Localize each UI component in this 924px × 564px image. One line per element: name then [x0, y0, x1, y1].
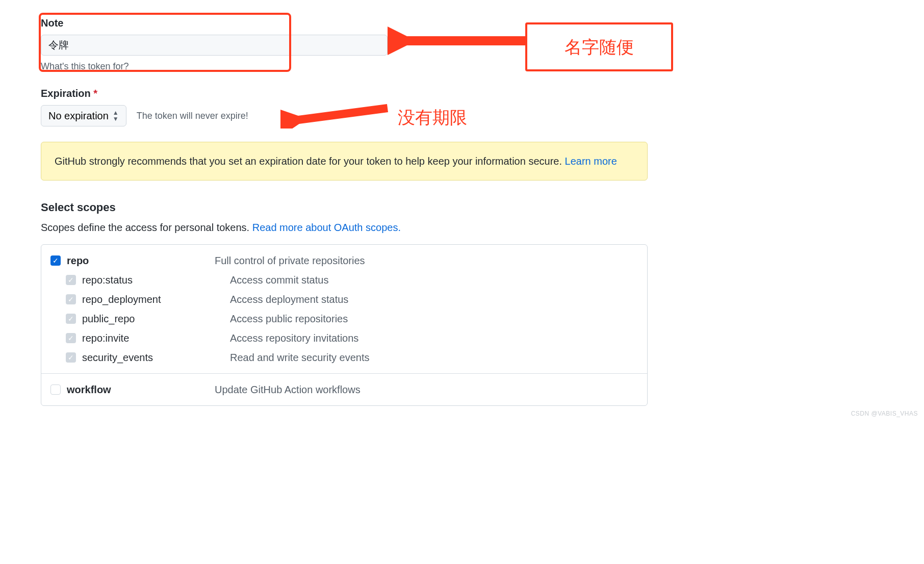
expiration-warning-banner: GitHub strongly recommends that you set … — [41, 142, 648, 181]
scope-row-parent: ✓repoFull control of private repositorie… — [50, 251, 638, 270]
checkbox[interactable]: ✓ — [66, 352, 76, 363]
required-asterisk: * — [93, 88, 97, 99]
scope-label: repo:status — [82, 272, 230, 288]
expiration-message: The token will never expire! — [137, 109, 248, 123]
checkbox[interactable]: ✓ — [66, 333, 76, 343]
learn-more-link[interactable]: Learn more — [565, 156, 617, 167]
scope-desc: Access public repositories — [230, 311, 348, 326]
scope-desc: Access commit status — [230, 272, 328, 288]
scope-desc: Access deployment status — [230, 292, 348, 307]
annotation-callout-expiration-text: 没有期限 — [398, 108, 467, 127]
scope-row-child: ✓repo:statusAccess commit status — [50, 270, 638, 290]
scopes-heading: Select scopes — [41, 199, 883, 216]
checkbox[interactable]: ✓ — [66, 314, 76, 324]
scope-desc: Update GitHub Action workflows — [215, 382, 361, 397]
checkbox[interactable] — [50, 384, 61, 395]
annotation-callout-name-text: 名字随便 — [564, 34, 634, 60]
annotation-highlight-note — [39, 13, 291, 72]
scope-group: workflowUpdate GitHub Action workflows — [41, 374, 647, 405]
scope-row-child: ✓repo_deploymentAccess deployment status — [50, 290, 638, 309]
scope-desc: Full control of private repositories — [215, 253, 365, 268]
scope-desc: Access repository invitations — [230, 330, 358, 346]
scopes-sub: Scopes define the access for personal to… — [41, 220, 883, 235]
scope-label: repo:invite — [82, 330, 230, 346]
expiration-label: Expiration * — [41, 86, 883, 101]
annotation-callout-expiration: 没有期限 — [398, 105, 467, 131]
scope-row-child: ✓public_repoAccess public repositories — [50, 309, 638, 328]
scope-label: workflow — [67, 382, 215, 397]
checkbox[interactable]: ✓ — [66, 275, 76, 285]
annotation-callout-name: 名字随便 — [525, 22, 673, 71]
expiration-select[interactable]: No expiration ▲▼ — [41, 105, 126, 126]
scope-label: public_repo — [82, 311, 230, 326]
checkbox[interactable]: ✓ — [66, 294, 76, 304]
oauth-scopes-link[interactable]: Read more about OAuth scopes. — [252, 222, 401, 233]
scopes-list: ✓repoFull control of private repositorie… — [41, 244, 648, 406]
expiration-label-text: Expiration — [41, 88, 91, 99]
watermark: CSDN @VABIS_VHAS — [851, 409, 918, 418]
checkbox[interactable]: ✓ — [50, 255, 61, 266]
scope-label: repo_deployment — [82, 292, 230, 307]
chevron-updown-icon: ▲▼ — [113, 110, 119, 122]
scope-group: ✓repoFull control of private repositorie… — [41, 245, 647, 374]
expiration-selected-text: No expiration — [48, 110, 109, 122]
scope-label: security_events — [82, 350, 230, 365]
scope-row-parent: workflowUpdate GitHub Action workflows — [50, 380, 638, 399]
scope-desc: Read and write security events — [230, 350, 369, 365]
scope-row-child: ✓repo:inviteAccess repository invitation… — [50, 328, 638, 348]
warning-text: GitHub strongly recommends that you set … — [55, 156, 562, 167]
scopes-sub-text: Scopes define the access for personal to… — [41, 222, 252, 233]
scope-row-child: ✓security_eventsRead and write security … — [50, 348, 638, 367]
scope-label: repo — [67, 253, 215, 268]
